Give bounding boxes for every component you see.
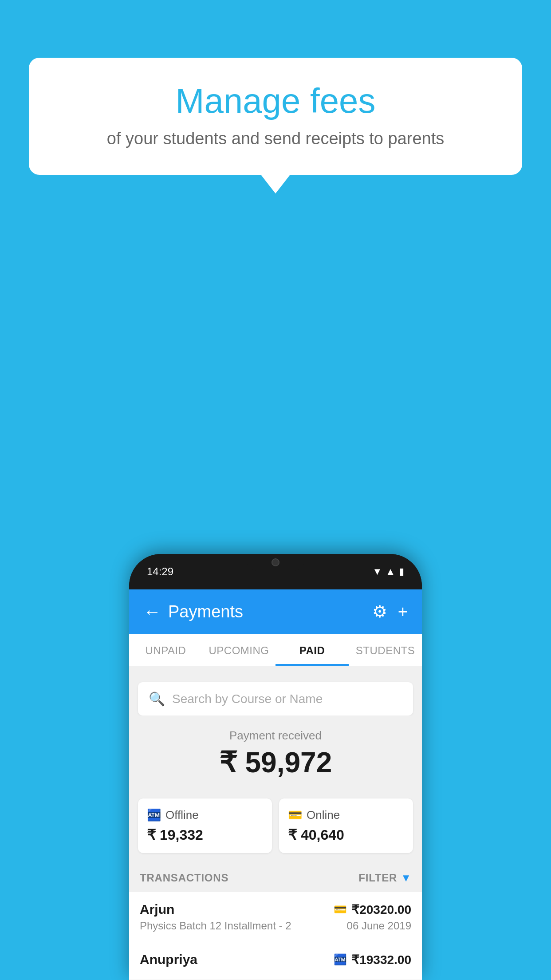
battery-icon: ▮ <box>399 566 404 577</box>
transaction-row[interactable]: Arjun 💳 ₹20320.00 Physics Batch 12 Insta… <box>129 892 422 942</box>
transaction-amount-container: 💳 ₹20320.00 <box>334 902 411 917</box>
transaction-description: Physics Batch 12 Installment - 2 <box>140 920 291 932</box>
speech-bubble: Manage fees of your students and send re… <box>29 58 522 175</box>
header-right: ⚙ + <box>372 602 408 621</box>
settings-icon[interactable]: ⚙ <box>372 602 387 621</box>
add-icon[interactable]: + <box>398 602 408 621</box>
transaction-name: Arjun <box>140 902 174 917</box>
search-icon: 🔍 <box>149 691 165 707</box>
transaction-amount-container: 🏧 ₹19332.00 <box>334 952 411 967</box>
status-icons: ▼ ▲ ▮ <box>372 566 404 577</box>
transaction-top: Arjun 💳 ₹20320.00 <box>140 902 411 917</box>
transactions-header: TRANSACTIONS FILTER ▼ <box>129 864 422 892</box>
offline-card-header: 🏧 Offline <box>147 808 263 822</box>
transaction-name: Anupriya <box>140 952 197 967</box>
signal-icon: ▲ <box>386 566 395 577</box>
online-label: Online <box>307 808 340 822</box>
search-bar[interactable]: 🔍 Search by Course or Name <box>138 682 413 715</box>
payment-total-amount: ₹ 59,972 <box>138 746 413 779</box>
tab-paid[interactable]: PAID <box>276 634 349 666</box>
bubble-subtitle: of your students and send receipts to pa… <box>55 129 496 148</box>
tab-unpaid[interactable]: UNPAID <box>129 634 202 666</box>
transaction-top: Anupriya 🏧 ₹19332.00 <box>140 952 411 967</box>
bubble-title: Manage fees <box>55 82 496 120</box>
header-left: ← Payments <box>143 602 243 621</box>
payment-cards: 🏧 Offline ₹ 19,332 💳 Online ₹ 40,640 <box>129 798 422 864</box>
transactions-label: TRANSACTIONS <box>140 872 228 884</box>
offline-payment-card: 🏧 Offline ₹ 19,332 <box>138 798 272 853</box>
transaction-bottom: Physics Batch 12 Installment - 2 06 June… <box>140 920 411 932</box>
back-button[interactable]: ← <box>143 603 161 620</box>
tab-students[interactable]: STUDENTS <box>349 634 422 666</box>
phone-frame: 14:29 ▼ ▲ ▮ ← Payments ⚙ + UNPAID <box>129 554 422 980</box>
offline-label: Offline <box>165 808 199 822</box>
filter-container[interactable]: FILTER ▼ <box>358 872 411 884</box>
app-screen: ← Payments ⚙ + UNPAID UPCOMING PAID STUD… <box>129 589 422 980</box>
tab-upcoming[interactable]: UPCOMING <box>202 634 276 666</box>
app-header: ← Payments ⚙ + <box>129 589 422 634</box>
search-placeholder: Search by Course or Name <box>172 692 323 706</box>
speech-bubble-container: Manage fees of your students and send re… <box>29 58 522 175</box>
payment-received-section: Payment received ₹ 59,972 <box>129 715 422 798</box>
wifi-icon: ▼ <box>372 566 382 577</box>
online-payment-card: 💳 Online ₹ 40,640 <box>279 798 413 853</box>
transaction-amount: ₹20320.00 <box>351 902 411 917</box>
phone-camera <box>272 558 279 566</box>
payment-received-label: Payment received <box>138 729 413 743</box>
filter-icon: ▼ <box>401 872 411 884</box>
status-time: 14:29 <box>147 565 173 578</box>
header-title: Payments <box>168 602 243 621</box>
tabs-bar: UNPAID UPCOMING PAID STUDENTS <box>129 634 422 666</box>
payment-mode-icon: 🏧 <box>334 953 347 966</box>
status-bar: 14:29 ▼ ▲ ▮ <box>129 554 422 589</box>
phone-notch <box>247 554 304 571</box>
payment-mode-icon: 💳 <box>334 903 347 916</box>
offline-amount: ₹ 19,332 <box>147 826 263 843</box>
transaction-amount: ₹19332.00 <box>351 952 411 967</box>
transaction-row[interactable]: Anupriya 🏧 ₹19332.00 <box>129 942 422 980</box>
online-card-header: 💳 Online <box>288 808 404 822</box>
cash-icon: 🏧 <box>147 808 161 822</box>
online-amount: ₹ 40,640 <box>288 826 404 843</box>
card-icon: 💳 <box>288 808 302 822</box>
transaction-date: 06 June 2019 <box>347 920 411 932</box>
filter-label: FILTER <box>358 872 397 884</box>
